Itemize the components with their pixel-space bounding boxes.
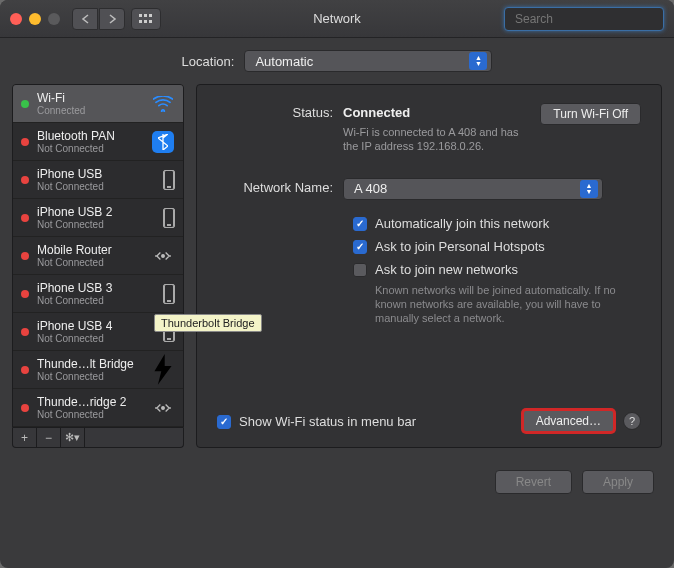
sidebar-item[interactable]: iPhone USB 2Not Connected (13, 199, 183, 237)
svg-rect-5 (149, 20, 152, 23)
bluetooth-icon (151, 130, 175, 154)
sidebar-item-text: Thunde…ridge 2Not Connected (37, 395, 151, 420)
sidebar-item-status: Not Connected (37, 257, 151, 268)
location-select[interactable]: Automatic ▲▼ (244, 50, 492, 72)
sidebar-item-text: Bluetooth PANNot Connected (37, 129, 151, 154)
status-dot-icon (21, 252, 29, 260)
minimize-window-button[interactable] (29, 13, 41, 25)
sidebar-item-status: Connected (37, 105, 151, 116)
add-interface-button[interactable]: + (13, 428, 37, 447)
svg-rect-2 (149, 14, 152, 17)
sidebar-item-name: Thunde…lt Bridge (37, 357, 151, 371)
search-field[interactable] (504, 7, 664, 31)
chevron-right-icon (108, 14, 117, 24)
menubar-checkbox[interactable] (217, 415, 231, 429)
sidebar-item-name: iPhone USB 2 (37, 205, 163, 219)
router-icon (151, 244, 175, 268)
auto-join-checkbox[interactable] (353, 217, 367, 231)
search-input[interactable] (515, 12, 665, 26)
sidebar-item-status: Not Connected (37, 409, 151, 420)
chevron-left-icon (81, 14, 90, 24)
personal-hotspot-checkbox[interactable] (353, 240, 367, 254)
remove-interface-button[interactable]: − (37, 428, 61, 447)
status-dot-icon (21, 290, 29, 298)
help-button[interactable]: ? (623, 412, 641, 430)
sidebar-footer: + − ✻▾ (12, 428, 184, 448)
status-dot-icon (21, 100, 29, 108)
sidebar-item-name: iPhone USB 4 (37, 319, 163, 333)
new-networks-checkbox[interactable] (353, 263, 367, 277)
sidebar-item-text: Wi-FiConnected (37, 91, 151, 116)
show-all-button[interactable] (131, 8, 161, 30)
main-area: Wi-FiConnectedBluetooth PANNot Connected… (0, 84, 674, 460)
network-name-label: Network Name: (217, 178, 343, 200)
svg-rect-1 (144, 14, 147, 17)
sidebar-item[interactable]: Bluetooth PANNot Connected (13, 123, 183, 161)
forward-button[interactable] (99, 8, 125, 30)
apply-button[interactable]: Apply (582, 470, 654, 494)
footer-buttons: Revert Apply (0, 460, 674, 508)
location-row: Location: Automatic ▲▼ (0, 38, 674, 84)
svg-point-8 (162, 254, 165, 257)
status-dot-icon (21, 176, 29, 184)
phone-icon (163, 284, 175, 304)
status-dot-icon (21, 138, 29, 146)
window-controls (10, 13, 60, 25)
sidebar-item-text: iPhone USB 4Not Connected (37, 319, 163, 344)
svg-rect-3 (139, 20, 142, 23)
svg-rect-4 (144, 20, 147, 23)
svg-rect-0 (139, 14, 142, 17)
select-arrows-icon: ▲▼ (580, 180, 598, 198)
new-networks-label: Ask to join new networks (375, 262, 518, 277)
status-row: Status: Connected Wi-Fi is connected to … (217, 103, 641, 154)
status-dot-icon (21, 366, 29, 374)
sidebar-item-status: Not Connected (37, 371, 151, 382)
sidebar-item[interactable]: Thunde…ridge 2Not Connected (13, 389, 183, 427)
select-arrows-icon: ▲▼ (469, 52, 487, 70)
close-window-button[interactable] (10, 13, 22, 25)
sidebar-item-status: Not Connected (37, 219, 163, 230)
bottom-row: Show Wi-Fi status in menu bar Advanced… … (217, 409, 641, 433)
status-subtext: Wi-Fi is connected to A 408 and has the … (343, 125, 524, 154)
sidebar-item[interactable]: Thunde…lt BridgeNot Connected (13, 351, 183, 389)
turn-wifi-off-button[interactable]: Turn Wi-Fi Off (540, 103, 641, 125)
sidebar-item-text: Thunde…lt BridgeNot Connected (37, 357, 151, 382)
network-name-value: A 408 (354, 181, 387, 196)
sidebar-item[interactable]: iPhone USBNot Connected (13, 161, 183, 199)
sidebar-item-name: Wi-Fi (37, 91, 151, 105)
sidebar-item-status: Not Connected (37, 333, 163, 344)
zoom-window-button (48, 13, 60, 25)
new-networks-row: Ask to join new networks (353, 262, 641, 277)
revert-button[interactable]: Revert (495, 470, 572, 494)
network-name-select[interactable]: A 408 ▲▼ (343, 178, 603, 200)
sidebar-item-name: Thunde…ridge 2 (37, 395, 151, 409)
sidebar-item-name: iPhone USB (37, 167, 163, 181)
status-label: Status: (217, 103, 343, 154)
sidebar-item-text: Mobile RouterNot Connected (37, 243, 151, 268)
back-button[interactable] (72, 8, 98, 30)
svg-point-9 (162, 406, 165, 409)
sidebar-item-text: iPhone USB 2Not Connected (37, 205, 163, 230)
sidebar-item[interactable]: Mobile RouterNot Connected (13, 237, 183, 275)
location-label: Location: (182, 54, 235, 69)
sidebar-item-status: Not Connected (37, 295, 163, 306)
sidebar-item-text: iPhone USB 3Not Connected (37, 281, 163, 306)
interface-list: Wi-FiConnectedBluetooth PANNot Connected… (12, 84, 184, 428)
sidebar-item[interactable]: Wi-FiConnected (13, 85, 183, 123)
menubar-row: Show Wi-Fi status in menu bar (217, 414, 416, 429)
advanced-button[interactable]: Advanced… (522, 409, 615, 433)
router-icon (151, 396, 175, 420)
wifi-icon (151, 92, 175, 116)
tooltip: Thunderbolt Bridge (154, 314, 262, 332)
location-value: Automatic (255, 54, 313, 69)
network-name-row: Network Name: A 408 ▲▼ (217, 178, 641, 200)
sidebar-item-name: Bluetooth PAN (37, 129, 151, 143)
phone-icon (163, 170, 175, 190)
thunderbolt-icon (151, 358, 175, 382)
new-networks-note: Known networks will be joined automatica… (375, 283, 641, 326)
sidebar-item[interactable]: iPhone USB 3Not Connected (13, 275, 183, 313)
status-value: Connected (343, 105, 410, 120)
nav-buttons (72, 8, 125, 30)
sidebar-container: Wi-FiConnectedBluetooth PANNot Connected… (12, 84, 184, 448)
interface-actions-button[interactable]: ✻▾ (61, 428, 85, 447)
